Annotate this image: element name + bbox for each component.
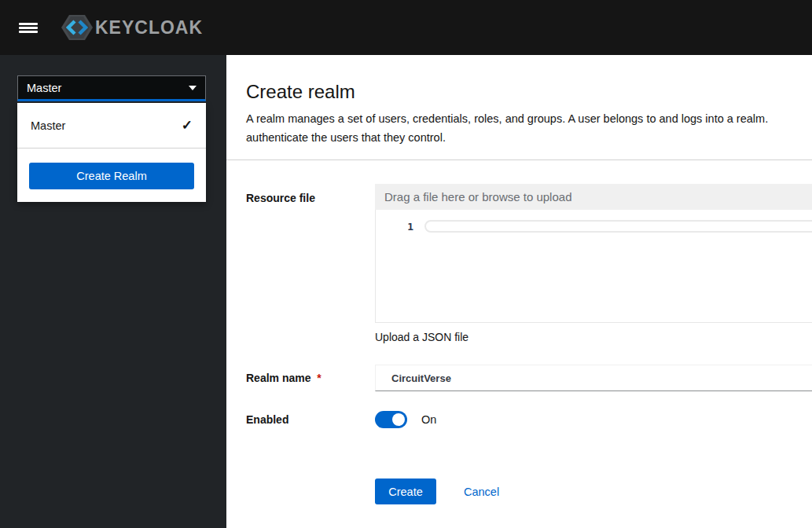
upload-helper-text: Upload a JSON file — [375, 331, 812, 343]
realm-selector-toggle[interactable]: Master — [17, 75, 206, 101]
realm-dropdown-menu: Master ✓ Create Realm — [17, 103, 206, 202]
resource-file-row: Resource file Drag a file here or browse… — [246, 184, 812, 343]
keycloak-admin-console: KEYCLOAK Master Master ✓ Create Realm — [0, 0, 812, 528]
enabled-row: Enabled On — [246, 411, 812, 428]
brand-name: KEYCLOAK — [95, 17, 203, 38]
editor-active-line-box — [424, 220, 812, 233]
keycloak-hexagon-icon — [61, 13, 93, 42]
enabled-toggle[interactable] — [375, 411, 407, 428]
realm-selector-label: Master — [27, 82, 61, 94]
page-description-line2: authenticate the users that they control… — [246, 128, 812, 147]
editor-line: 1 — [376, 220, 812, 233]
create-realm-form: Resource file Drag a file here or browse… — [226, 184, 812, 504]
realm-selector: Master Master ✓ Create Realm — [17, 75, 206, 101]
toggle-knob — [392, 413, 405, 426]
top-bar: KEYCLOAK — [0, 0, 812, 55]
chevron-down-icon — [189, 86, 197, 90]
page-title: Create realm — [246, 81, 812, 103]
realm-name-row: Realm name * — [246, 365, 812, 391]
realm-menu-item-master[interactable]: Master ✓ — [17, 103, 206, 148]
toggle-state-label: On — [421, 413, 436, 426]
page-description-line1: A realm manages a set of users, credenti… — [246, 109, 812, 128]
sidebar: Master Master ✓ Create Realm — [0, 55, 226, 528]
editor-line-number: 1 — [376, 221, 413, 233]
enabled-label: Enabled — [246, 413, 288, 426]
json-code-editor[interactable]: 1 — [375, 210, 812, 323]
page-header: Create realm A realm manages a set of us… — [226, 55, 812, 147]
realm-name-input[interactable] — [375, 365, 812, 391]
hamburger-menu-icon — [19, 21, 38, 35]
resource-file-label: Resource file — [246, 192, 315, 204]
form-actions-row: Create Cancel — [246, 478, 812, 504]
nav-toggle-button[interactable] — [11, 10, 46, 45]
realm-name-label: Realm name * — [246, 372, 321, 384]
upload-placeholder: Drag a file here or browse to upload — [384, 190, 571, 204]
create-realm-button[interactable]: Create Realm — [29, 163, 194, 189]
menu-divider — [17, 148, 206, 148]
main-content: Create realm A realm manages a set of us… — [226, 55, 812, 528]
create-button[interactable]: Create — [375, 478, 436, 504]
file-upload-dropzone[interactable]: Drag a file here or browse to upload — [375, 184, 812, 210]
check-icon: ✓ — [182, 117, 193, 134]
realm-item-label: Master — [31, 119, 65, 132]
keycloak-logo: KEYCLOAK — [61, 13, 203, 42]
page-description: A realm manages a set of users, credenti… — [246, 109, 812, 147]
page-layout: Master Master ✓ Create Realm Create real… — [0, 55, 812, 528]
cancel-link[interactable]: Cancel — [464, 486, 499, 498]
section-divider — [226, 160, 812, 160]
required-asterisk: * — [317, 372, 321, 384]
